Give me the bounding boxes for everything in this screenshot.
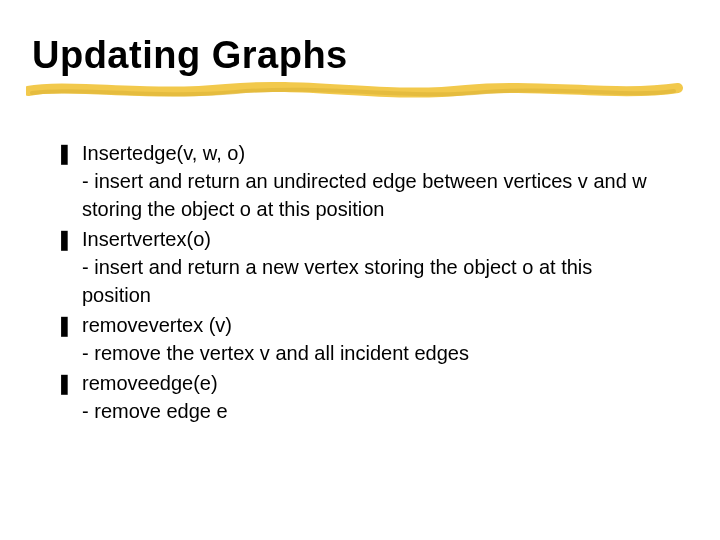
content-list: ❚ Insertedge(v, w, o) - insert and retur… [0, 99, 720, 425]
list-item-body: removeedge(e) - remove edge e [82, 369, 660, 425]
item-term: Insertedge(v, w, o) [82, 139, 660, 167]
bullet-icon: ❚ [56, 369, 82, 397]
title-block: Updating Graphs [0, 0, 720, 99]
item-term: removeedge(e) [82, 369, 660, 397]
item-desc: - insert and return an undirected edge b… [82, 167, 660, 223]
list-item: ❚ Insertedge(v, w, o) - insert and retur… [56, 139, 660, 223]
item-desc: - remove edge e [82, 397, 660, 425]
item-term: Insertvertex(o) [82, 225, 660, 253]
list-item-body: removevertex (v) - remove the vertex v a… [82, 311, 660, 367]
list-item: ❚ removeedge(e) - remove edge e [56, 369, 660, 425]
list-item-body: Insertedge(v, w, o) - insert and return … [82, 139, 660, 223]
title-underline [32, 81, 672, 99]
item-desc: - remove the vertex v and all incident e… [82, 339, 660, 367]
item-term: removevertex (v) [82, 311, 660, 339]
list-item: ❚ removevertex (v) - remove the vertex v… [56, 311, 660, 367]
list-item-body: Insertvertex(o) - insert and return a ne… [82, 225, 660, 309]
bullet-icon: ❚ [56, 139, 82, 167]
item-desc: - insert and return a new vertex storing… [82, 253, 660, 309]
brush-stroke-icon [26, 77, 686, 103]
slide-title: Updating Graphs [32, 34, 720, 77]
bullet-icon: ❚ [56, 311, 82, 339]
list-item: ❚ Insertvertex(o) - insert and return a … [56, 225, 660, 309]
bullet-icon: ❚ [56, 225, 82, 253]
